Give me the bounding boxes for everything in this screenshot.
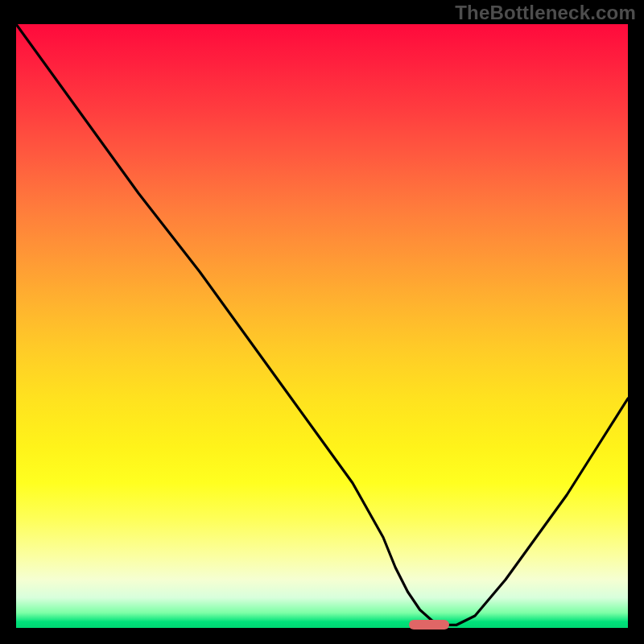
watermark-text: TheBottleneck.com [455, 2, 636, 24]
chart-frame: TheBottleneck.com [0, 0, 644, 644]
plot-area [16, 24, 628, 628]
bottleneck-curve [16, 24, 628, 625]
optimal-marker [409, 620, 448, 630]
curve-svg [16, 24, 628, 628]
